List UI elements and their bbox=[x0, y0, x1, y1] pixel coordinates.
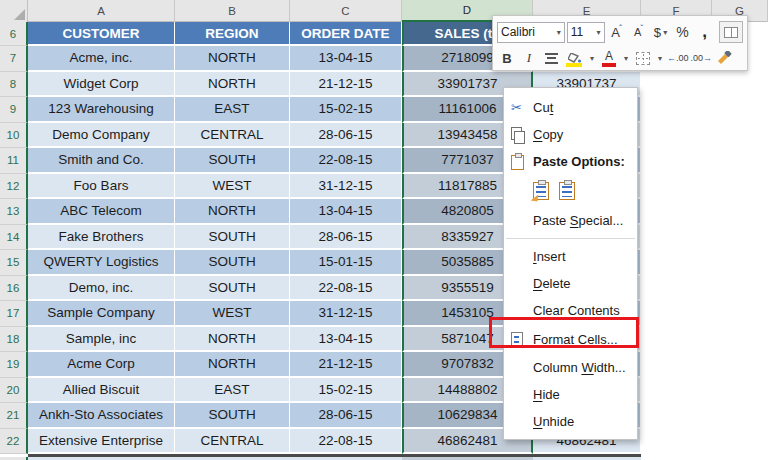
cell-customer[interactable]: Extensive Enterprise bbox=[28, 429, 175, 455]
row-header[interactable]: 15 bbox=[0, 250, 28, 276]
cell-g[interactable] bbox=[712, 225, 768, 251]
row-header[interactable]: 13 bbox=[0, 199, 28, 225]
cell-date[interactable]: 31-12-15 bbox=[290, 301, 402, 327]
cell-f[interactable] bbox=[641, 301, 712, 327]
cell-f[interactable] bbox=[641, 123, 712, 149]
cell-g[interactable] bbox=[712, 301, 768, 327]
row-header[interactable]: 16 bbox=[0, 276, 28, 302]
cell-f[interactable] bbox=[641, 429, 712, 455]
cell-customer[interactable]: Sample Company bbox=[28, 301, 175, 327]
menu-item-insert[interactable]: Insert bbox=[504, 243, 637, 270]
cell-date[interactable]: 15-02-15 bbox=[290, 378, 402, 404]
paste-keep-formatting-icon[interactable] bbox=[533, 182, 549, 200]
cell-region[interactable]: NORTH bbox=[175, 327, 290, 353]
font-color-button[interactable]: A bbox=[599, 47, 619, 69]
cell-customer[interactable]: Ankh-Sto Associates bbox=[28, 403, 175, 429]
cell-date[interactable]: 13-04-15 bbox=[290, 199, 402, 225]
menu-item-copy[interactable]: Copy bbox=[504, 121, 637, 148]
cell-region[interactable]: EAST bbox=[175, 97, 290, 123]
row-header[interactable]: 18 bbox=[0, 327, 28, 353]
cell-f[interactable] bbox=[641, 352, 712, 378]
cell-region[interactable]: NORTH bbox=[175, 46, 290, 72]
cell-date[interactable]: 28-06-15 bbox=[290, 225, 402, 251]
menu-item-paste-special[interactable]: Paste Special... bbox=[504, 207, 637, 234]
cell-region[interactable]: CENTRAL bbox=[175, 429, 290, 455]
accounting-format-button[interactable]: $ ▾ bbox=[651, 21, 671, 43]
cell-g[interactable] bbox=[712, 276, 768, 302]
cell-customer[interactable]: Sample, inc bbox=[28, 327, 175, 353]
grow-font-button[interactable]: Aˆ bbox=[607, 21, 627, 43]
cell-f[interactable] bbox=[641, 97, 712, 123]
menu-item-unhide[interactable]: Unhide bbox=[504, 408, 637, 435]
menu-item-hide[interactable]: Hide bbox=[504, 381, 637, 408]
cell-date[interactable]: 31-12-15 bbox=[290, 174, 402, 200]
row-header[interactable]: 21 bbox=[0, 403, 28, 429]
cell-customer[interactable]: Acme Corp bbox=[28, 352, 175, 378]
cell-g[interactable] bbox=[712, 97, 768, 123]
header-cell-region[interactable]: REGION bbox=[175, 22, 290, 46]
cell-customer[interactable]: 123 Warehousing bbox=[28, 97, 175, 123]
column-header-b[interactable]: B bbox=[175, 0, 290, 22]
cell-f[interactable] bbox=[641, 276, 712, 302]
borders-dropdown[interactable]: ▾ bbox=[655, 47, 665, 69]
cell-region[interactable]: WEST bbox=[175, 174, 290, 200]
font-color-dropdown[interactable]: ▾ bbox=[621, 47, 631, 69]
comma-style-button[interactable]: , bbox=[695, 21, 715, 43]
cell-f[interactable] bbox=[641, 250, 712, 276]
cell-region[interactable]: SOUTH bbox=[175, 250, 290, 276]
select-all-corner[interactable] bbox=[0, 0, 28, 22]
cell-customer[interactable]: Foo Bars bbox=[28, 174, 175, 200]
cell-customer[interactable]: Widget Corp bbox=[28, 72, 175, 98]
cell-f[interactable] bbox=[641, 403, 712, 429]
cell-g[interactable] bbox=[712, 378, 768, 404]
fill-color-dropdown[interactable]: ▾ bbox=[587, 47, 597, 69]
cell-g[interactable] bbox=[712, 148, 768, 174]
cell-region[interactable]: NORTH bbox=[175, 72, 290, 98]
cell-customer[interactable]: QWERTY Logistics bbox=[28, 250, 175, 276]
row-header[interactable]: 17 bbox=[0, 301, 28, 327]
cell-g[interactable] bbox=[712, 199, 768, 225]
cell-f[interactable] bbox=[641, 327, 712, 353]
row-header[interactable]: 10 bbox=[0, 123, 28, 149]
cell-date[interactable]: 13-04-15 bbox=[290, 327, 402, 353]
cell-customer[interactable]: Demo, inc. bbox=[28, 276, 175, 302]
merge-center-button[interactable] bbox=[719, 21, 743, 43]
column-header-c[interactable]: C bbox=[290, 0, 402, 22]
cell-customer[interactable]: ABC Telecom bbox=[28, 199, 175, 225]
row-header[interactable]: 12 bbox=[0, 174, 28, 200]
header-cell-customer[interactable]: CUSTOMER bbox=[28, 22, 175, 46]
row-header[interactable]: 14 bbox=[0, 225, 28, 251]
row-header[interactable]: 11 bbox=[0, 148, 28, 174]
decrease-decimal-button[interactable]: .00→ bbox=[691, 47, 713, 69]
row-header[interactable]: 9 bbox=[0, 97, 28, 123]
italic-button[interactable]: I bbox=[519, 47, 539, 69]
cell-date[interactable]: 22-08-15 bbox=[290, 429, 402, 455]
cell-date[interactable]: 15-02-15 bbox=[290, 97, 402, 123]
cell-customer[interactable]: Smith and Co. bbox=[28, 148, 175, 174]
cell-date[interactable]: 21-12-15 bbox=[290, 72, 402, 98]
cell-f[interactable] bbox=[641, 148, 712, 174]
cell-f[interactable] bbox=[641, 378, 712, 404]
cell-g[interactable] bbox=[712, 250, 768, 276]
cell-g[interactable] bbox=[712, 72, 768, 98]
cell-date[interactable]: 15-01-15 bbox=[290, 250, 402, 276]
cell-customer[interactable]: Fake Brothers bbox=[28, 225, 175, 251]
cell-date[interactable]: 28-06-15 bbox=[290, 403, 402, 429]
row-header-6[interactable]: 6 bbox=[0, 22, 28, 46]
center-align-button[interactable] bbox=[541, 47, 561, 69]
bold-button[interactable]: B bbox=[497, 47, 517, 69]
borders-button[interactable] bbox=[633, 47, 653, 69]
menu-item-delete[interactable]: Delete bbox=[504, 270, 637, 297]
cell-f[interactable] bbox=[641, 174, 712, 200]
menu-item-cut[interactable]: ✂ Cut bbox=[504, 94, 637, 121]
cell-date[interactable]: 21-12-15 bbox=[290, 352, 402, 378]
cell-customer[interactable]: Allied Biscuit bbox=[28, 378, 175, 404]
shrink-font-button[interactable]: Aˇ bbox=[629, 21, 649, 43]
cell-customer[interactable]: Demo Company bbox=[28, 123, 175, 149]
cell-f[interactable] bbox=[641, 199, 712, 225]
row-header[interactable]: 8 bbox=[0, 72, 28, 98]
cell-f[interactable] bbox=[641, 72, 712, 98]
cell-date[interactable]: 22-08-15 bbox=[290, 276, 402, 302]
percent-style-button[interactable]: % bbox=[673, 21, 693, 43]
cell-region[interactable]: SOUTH bbox=[175, 276, 290, 302]
